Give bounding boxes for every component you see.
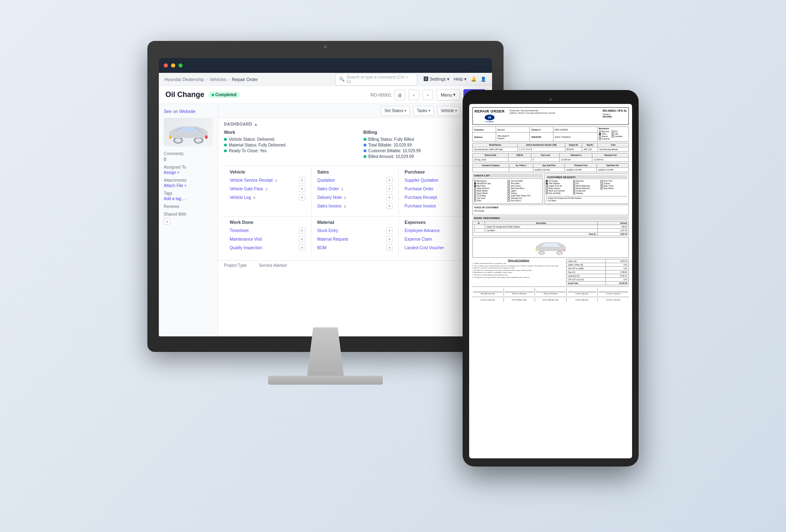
sig-shahneer: Shahneer Manager xyxy=(535,288,567,295)
contact-value-cell: 0300-1233459 xyxy=(553,127,597,133)
purchase-order-link[interactable]: Purchase Order xyxy=(404,187,434,191)
settings-btn[interactable]: 🅰 Settings ▾ xyxy=(424,77,449,82)
add-tag-link[interactable]: Add a tag ... xyxy=(164,196,213,201)
tasks-btn[interactable]: Tasks ▾ xyxy=(413,106,434,116)
user-btn[interactable]: 👤 xyxy=(481,77,486,82)
numbered-requests: 1 Engine Oil Change and Oil Filter Repla… xyxy=(546,196,627,202)
vehicle-log-link[interactable]: Vehicle Log 4 xyxy=(230,195,255,200)
landed-cost-voucher-link[interactable]: Landed Cost Voucher xyxy=(404,246,444,250)
work-performed-title: WORK PERFORMED xyxy=(472,216,629,220)
menu-btn[interactable]: Menu ▾ xyxy=(436,89,461,101)
print-btn[interactable]: 🖨 xyxy=(395,90,405,100)
dashboard-section: DASHBOARD ▲ Work Vehicle Status: Deliver… xyxy=(218,118,492,260)
check-trunk-mats: Trunk Mats xyxy=(474,195,507,197)
quality-inspection-link[interactable]: Quality Inspection xyxy=(230,246,262,250)
quotation-plus[interactable]: + xyxy=(386,177,393,183)
sig-shahrneer: Shahrneer Manager xyxy=(504,288,535,295)
customer-info-table: Customer: Maryam Contact #: 0300-1233459… xyxy=(472,126,629,142)
ro-doc-id: RO-00001 / IFS 01 xyxy=(603,109,627,112)
bom-plus[interactable]: + xyxy=(386,244,393,251)
sig2-service-manager: Service Manager Sign xyxy=(535,298,567,302)
billing-status-dot xyxy=(364,138,366,141)
mud-flaps-label: Mud Flaps xyxy=(477,185,486,187)
sales-invoice-link[interactable]: Sales Invoice 1 xyxy=(317,204,346,208)
assign-link[interactable]: Assign + xyxy=(164,170,213,175)
vehicle-gate-pass-link[interactable]: Vehicle Gate Pass 1 xyxy=(230,187,268,191)
next-btn[interactable]: › xyxy=(422,90,433,100)
purchase-invoice-link[interactable]: Purchase Invoice xyxy=(404,204,436,208)
bom-link[interactable]: BOM xyxy=(317,246,327,250)
vehicle-service-receipt-plus[interactable]: + xyxy=(299,177,305,183)
svg-rect-12 xyxy=(563,249,565,251)
oil-change-cb: ✓ xyxy=(546,180,548,182)
cr-wheel-alignment: Wheel Alignment xyxy=(573,187,600,189)
employee-advance-link[interactable]: Employee Advance xyxy=(404,228,440,233)
quotation-link[interactable]: Quotation xyxy=(317,178,335,183)
odometer-out-value: 11,900 km xyxy=(592,158,629,162)
maintenance-visit-link[interactable]: Maintenance Visit xyxy=(230,237,262,241)
vehicle-gate-pass-plus[interactable]: + xyxy=(299,185,305,192)
cr-electrical: Electrical xyxy=(573,180,600,182)
delivery-fuel-table: Delivery Date FQR No Fuel Level Odometer… xyxy=(472,153,629,162)
sig-cashier-label: Cashier Signature xyxy=(576,293,589,295)
cr-col3: Drive Train Chassis Body / Paint Body No… xyxy=(601,180,627,195)
see-on-website-link[interactable]: See on Website xyxy=(164,109,213,114)
dashboard-collapse-icon[interactable]: ▲ xyxy=(254,122,258,126)
sig-line-1 xyxy=(473,292,503,292)
sales-invoice-plus[interactable]: + xyxy=(386,203,393,209)
fqr-no-value xyxy=(508,158,531,162)
notifications-btn[interactable]: 🔔 xyxy=(471,77,477,82)
goodwill-label: Comelaim xyxy=(614,135,623,138)
vehicle-service-receipt-link[interactable]: Vehicle Service Receipt 1 xyxy=(230,178,277,183)
sales-order-link[interactable]: Sales Order 1 xyxy=(317,187,343,191)
traffic-light-minimize[interactable] xyxy=(171,63,175,68)
project-type-label: Project Type xyxy=(224,263,246,268)
odometer-in-header: Odometer In xyxy=(560,153,592,158)
prev-btn[interactable]: ‹ xyxy=(409,90,419,100)
vehicle-log-plus[interactable]: + xyxy=(299,194,305,201)
vehicle-btn[interactable]: Vehicle ▾ xyxy=(437,106,461,116)
car-diagram-svg xyxy=(534,239,567,256)
breadcrumb-repair-order[interactable]: Repair Order xyxy=(232,77,258,82)
insurance-checkbox xyxy=(599,138,601,140)
stock-entry-plus[interactable]: + xyxy=(386,227,393,234)
mechanical-label: Mechanical xyxy=(599,128,627,130)
attach-file-link[interactable]: Attach File + xyxy=(164,183,213,188)
traffic-light-maximize[interactable] xyxy=(178,63,183,68)
material-status-dot xyxy=(224,144,227,147)
traffic-light-close[interactable] xyxy=(164,63,168,68)
stock-entry-link[interactable]: Stock Entry xyxy=(317,228,338,233)
total-lubricants-label: Lubricants (D) xyxy=(567,274,606,278)
timesheet-link[interactable]: Timesheet xyxy=(230,228,248,233)
wheel-alignment-label: Wheel Alignment xyxy=(576,187,590,189)
purchase-receipt-link[interactable]: Purchase Receipt xyxy=(404,195,437,200)
timesheet-plus[interactable]: + xyxy=(299,227,305,234)
breadcrumb-hyundai[interactable]: Hyundai Dealership xyxy=(165,77,204,82)
sales-order-plus[interactable]: + xyxy=(386,185,393,192)
brake-service-label: Brake Service xyxy=(549,187,560,189)
material-request-link[interactable]: Material Request xyxy=(317,237,348,241)
search-box[interactable]: 🔍 Search or type a command (Ctrl + G) xyxy=(335,73,417,86)
tnc-totals-section: Terms and Conditions 1. Vehicle parked a… xyxy=(472,259,629,285)
suspension-label: Suspension xyxy=(576,190,586,192)
sig-work-auth-label: Work Authorized By xyxy=(481,293,495,295)
wp-desc-1: Engine Oil Change and Oil Filter Replace xyxy=(485,225,597,229)
odometer-in-value: 11,800 km xyxy=(560,158,592,162)
quality-inspection-plus[interactable]: + xyxy=(299,244,305,251)
cr-wash-lubricate: Wash and Lubricate xyxy=(546,190,572,192)
expense-claim-link[interactable]: Expense Claim xyxy=(404,237,432,241)
sig-work-authorized: Work Authorized By xyxy=(472,288,504,295)
voice-title: VOICE OF CUSTOMER xyxy=(474,206,627,209)
vehicle-gate-pass-item: Vehicle Gate Pass 1 + xyxy=(230,185,305,192)
supplier-quotation-link[interactable]: Supplier Quotation xyxy=(404,178,438,183)
set-status-btn[interactable]: Set Status ▾ xyxy=(381,106,410,116)
material-request-plus[interactable]: + xyxy=(386,236,393,242)
breadcrumb-vehicles[interactable]: Vehicles xyxy=(210,77,226,82)
oil-change-label: Oil Change xyxy=(549,180,558,182)
shared-with-plus[interactable]: + xyxy=(164,218,170,225)
delivery-note-plus[interactable]: + xyxy=(386,194,393,201)
delivery-note-link[interactable]: Delivery Note 1 xyxy=(317,195,346,200)
help-btn[interactable]: Help ▾ xyxy=(454,77,467,82)
wp-desc-header: Description xyxy=(485,221,597,225)
maintenance-visit-plus[interactable]: + xyxy=(299,236,305,242)
